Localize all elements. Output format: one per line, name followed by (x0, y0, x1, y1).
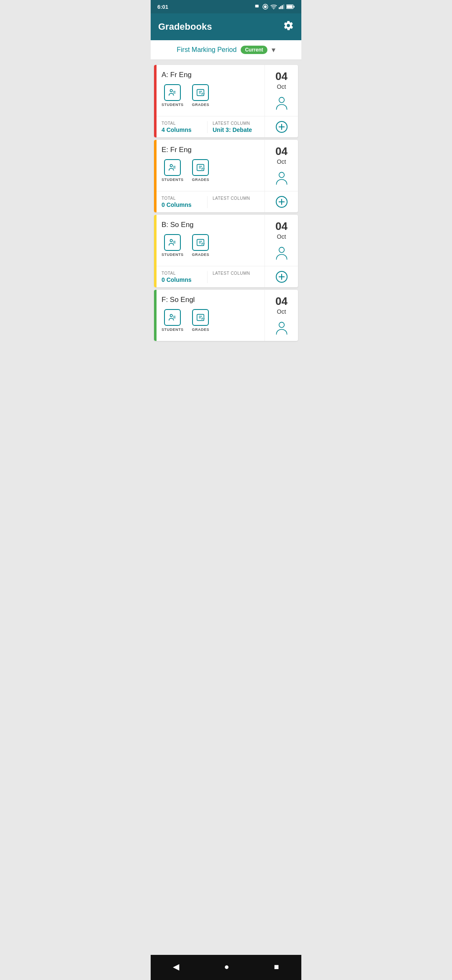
avatar-icon (274, 170, 289, 187)
gradebook-card: B: So Eng (154, 215, 298, 287)
total-value: 0 Columns (162, 201, 202, 208)
svg-rect-7 (282, 5, 283, 9)
add-column-button[interactable] (265, 266, 298, 287)
students-label: STUDENTS (162, 328, 184, 332)
svg-point-4 (273, 8, 274, 9)
period-dropdown-arrow[interactable]: ▾ (272, 45, 275, 54)
total-value: 4 Columns (162, 126, 202, 133)
total-label: TOTAL (162, 271, 202, 276)
date-day: 04 (275, 146, 288, 157)
add-column-button[interactable] (265, 191, 298, 212)
gradebook-card: A: Fr Eng (154, 65, 298, 137)
total-label: TOTAL (162, 121, 202, 126)
page-title: Gradebooks (158, 21, 212, 32)
status-time: 6:01 (157, 4, 168, 10)
marking-period-bar[interactable]: First Marking Period Current ▾ (151, 40, 301, 60)
students-label: STUDENTS (162, 253, 184, 257)
svg-text:A: A (257, 5, 258, 8)
latest-label: LATEST COLUMN (213, 121, 252, 126)
svg-rect-5 (279, 7, 280, 9)
marking-period-text: First Marking Period (177, 46, 236, 54)
status-bar: 6:01 A (151, 0, 301, 13)
total-value: 0 Columns (162, 276, 202, 283)
svg-point-44 (279, 322, 284, 328)
signal-icon (279, 4, 285, 10)
date-month: Oct (277, 233, 286, 240)
grades-button[interactable]: A+ GRADES (192, 234, 210, 257)
add-column-button[interactable] (265, 116, 298, 137)
card-date: 04 Oct (265, 140, 298, 191)
date-month: Oct (277, 158, 286, 165)
svg-rect-6 (280, 6, 282, 9)
card-date: 04 Oct (265, 215, 298, 266)
wifi-icon (270, 4, 277, 10)
status-icons: A (254, 3, 295, 10)
class-name: A: Fr Eng (162, 71, 259, 79)
svg-point-12 (170, 90, 173, 92)
svg-text:A+: A+ (201, 317, 205, 320)
svg-point-26 (279, 172, 284, 178)
students-label: STUDENTS (162, 178, 184, 182)
svg-rect-10 (287, 5, 293, 8)
latest-label: LATEST COLUMN (213, 196, 250, 201)
card-date: 04 Oct (265, 290, 298, 341)
class-name: B: So Eng (162, 221, 259, 229)
gradebook-card: F: So Engl (154, 290, 298, 341)
svg-point-30 (170, 240, 173, 242)
students-button[interactable]: STUDENTS (162, 84, 184, 107)
class-name: E: Fr Eng (162, 146, 259, 154)
svg-text:A+: A+ (201, 167, 205, 170)
grades-label: GRADES (192, 103, 210, 107)
grades-button[interactable]: A+ GRADES (192, 84, 210, 107)
grades-label: GRADES (192, 253, 210, 257)
students-label: STUDENTS (162, 103, 184, 107)
svg-point-17 (279, 97, 284, 103)
latest-value: Unit 3: Debate (213, 126, 252, 133)
svg-text:A+: A+ (201, 242, 205, 245)
app-header: Gradebooks (151, 13, 301, 40)
gradebook-card: E: Fr Eng (154, 140, 298, 212)
svg-rect-11 (293, 6, 294, 8)
date-day: 04 (275, 221, 288, 232)
svg-text:A+: A+ (201, 92, 205, 95)
svg-point-3 (264, 5, 267, 8)
svg-point-35 (279, 247, 284, 253)
svg-point-21 (170, 165, 173, 167)
settings-button[interactable] (283, 20, 294, 34)
battery-icon (286, 4, 295, 9)
date-month: Oct (277, 83, 286, 90)
grades-label: GRADES (192, 178, 210, 182)
students-button[interactable]: STUDENTS (162, 234, 184, 257)
students-button[interactable]: STUDENTS (162, 309, 184, 332)
students-button[interactable]: STUDENTS (162, 159, 184, 182)
grades-button[interactable]: A+ GRADES (192, 159, 210, 182)
svg-rect-8 (283, 4, 285, 9)
cards-container: A: Fr Eng (151, 60, 301, 377)
avatar-icon (274, 320, 289, 337)
total-label: TOTAL (162, 196, 202, 201)
svg-point-39 (170, 315, 173, 317)
class-name: F: So Engl (162, 296, 259, 304)
notification-icon: A (254, 4, 260, 10)
date-month: Oct (277, 308, 286, 315)
latest-label: LATEST COLUMN (213, 271, 250, 276)
grades-label: GRADES (192, 328, 210, 332)
shield-icon (262, 3, 269, 10)
current-badge: Current (241, 46, 267, 54)
date-day: 04 (275, 71, 288, 82)
card-date: 04 Oct (265, 65, 298, 116)
avatar-icon (274, 95, 289, 112)
date-day: 04 (275, 296, 288, 307)
avatar-icon (274, 245, 289, 262)
grades-button[interactable]: A+ GRADES (192, 309, 210, 332)
